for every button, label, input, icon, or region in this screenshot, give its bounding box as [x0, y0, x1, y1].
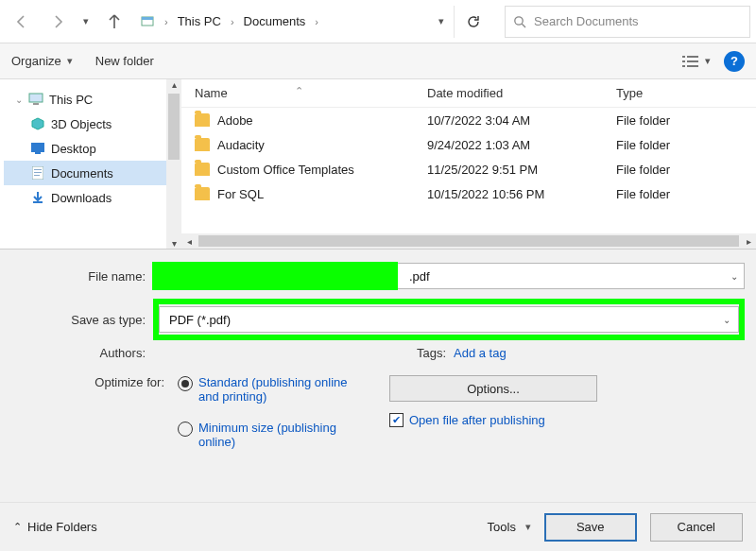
tree-item-documents[interactable]: Documents	[4, 161, 181, 185]
column-type[interactable]: Type	[616, 86, 743, 100]
tools-menu[interactable]: Tools ▾	[488, 520, 531, 534]
file-list: ⌃ Name Date modified Type Adobe10/7/2022…	[181, 79, 756, 249]
radio-icon	[178, 376, 193, 391]
folder-icon	[195, 163, 210, 176]
radio-icon	[178, 422, 193, 437]
caret-icon: ⌄	[15, 95, 23, 105]
svg-rect-10	[29, 94, 43, 102]
svg-rect-4	[682, 56, 685, 58]
tree-item-3d-objects[interactable]: 3D Objects	[4, 112, 181, 136]
view-options[interactable]: ▾	[682, 55, 711, 68]
search-placeholder: Search Documents	[534, 14, 639, 28]
chevron-right-icon: ›	[229, 16, 236, 27]
highlight-overlay	[152, 262, 398, 290]
tree-item-desktop[interactable]: Desktop	[4, 136, 181, 161]
breadcrumb-segment[interactable]: This PC	[178, 14, 221, 28]
svg-marker-12	[32, 118, 43, 129]
file-name: Adobe	[217, 113, 253, 128]
svg-rect-18	[34, 175, 40, 176]
chevron-right-icon: ›	[313, 16, 320, 27]
refresh-button[interactable]	[454, 6, 491, 38]
horizontal-scrollbar[interactable]: ◂ ▸	[181, 233, 756, 249]
svg-rect-11	[33, 103, 39, 105]
svg-rect-9	[687, 65, 698, 67]
desktop-icon	[30, 141, 45, 156]
cancel-button[interactable]: Cancel	[650, 513, 743, 542]
filename-text: .pdf	[409, 269, 430, 284]
saveastype-dropdown[interactable]: PDF (*.pdf) ⌄	[159, 306, 739, 333]
document-icon	[30, 165, 45, 181]
recent-locations-dropdown[interactable]: ▾	[77, 6, 94, 38]
file-date: 11/25/2022 9:51 PM	[427, 163, 616, 177]
chevron-down-icon[interactable]: ⌄	[723, 315, 730, 325]
optimize-standard-radio[interactable]: Standard (publishing online and printing…	[178, 375, 359, 404]
new-folder-button[interactable]: New folder	[95, 54, 154, 68]
svg-rect-5	[687, 56, 698, 58]
pc-icon	[28, 92, 43, 107]
saveastype-value: PDF (*.pdf)	[169, 313, 231, 327]
file-name: Audacity	[217, 138, 265, 152]
download-icon	[30, 190, 45, 205]
saveastype-highlight: PDF (*.pdf) ⌄	[153, 299, 745, 340]
forward-button[interactable]	[42, 6, 74, 38]
save-button[interactable]: Save	[544, 513, 637, 542]
scroll-left-icon[interactable]: ◂	[181, 236, 197, 247]
help-button[interactable]: ?	[724, 51, 745, 72]
open-after-checkbox[interactable]: ✔ Open file after publishing	[389, 413, 745, 427]
file-type: File folder	[616, 113, 743, 128]
svg-rect-1	[142, 17, 153, 20]
authors-label: Authors:	[11, 346, 153, 360]
tags-label: Tags:	[406, 346, 454, 360]
scroll-down-icon[interactable]: ▾	[172, 238, 177, 249]
organize-menu[interactable]: Organize▾	[11, 54, 73, 68]
table-row[interactable]: Custom Office Templates11/25/2022 9:51 P…	[181, 157, 756, 181]
filename-input[interactable]: .pdf ⌄	[153, 263, 745, 289]
file-type: File folder	[616, 163, 743, 177]
saveastype-label: Save as type:	[11, 313, 153, 327]
up-button[interactable]	[98, 6, 130, 38]
scroll-up-icon[interactable]: ▴	[172, 79, 177, 90]
table-row[interactable]: Audacity9/24/2022 1:03 AMFile folder	[181, 132, 756, 157]
search-input[interactable]: Search Documents	[505, 6, 750, 38]
svg-rect-14	[35, 152, 41, 154]
optimize-minimum-radio[interactable]: Minimum size (publishing online)	[178, 421, 359, 449]
svg-line-3	[522, 24, 525, 27]
folder-icon	[195, 138, 210, 151]
filename-label: File name:	[11, 269, 153, 284]
scroll-thumb[interactable]	[168, 94, 180, 160]
svg-rect-16	[34, 169, 42, 170]
path-dropdown[interactable]: ▾	[438, 15, 444, 27]
sort-ascending-icon: ⌃	[295, 85, 303, 97]
scroll-thumb[interactable]	[198, 235, 739, 247]
folder-icon	[195, 187, 210, 200]
dialog-footer: ⌃ Hide Folders Tools ▾ Save Cancel	[0, 502, 756, 551]
chevron-right-icon: ›	[163, 16, 170, 27]
column-name[interactable]: Name	[195, 86, 228, 100]
address-bar: ▾ › This PC › Documents › ▾ Search Docum…	[0, 0, 756, 43]
tree-scrollbar[interactable]: ▴ ▾	[166, 79, 181, 249]
file-type: File folder	[616, 187, 743, 201]
file-name: For SQL	[217, 187, 264, 201]
breadcrumb-segment[interactable]: Documents	[244, 14, 306, 28]
scroll-right-icon[interactable]: ▸	[741, 236, 756, 247]
options-button[interactable]: Options...	[389, 375, 597, 402]
location-icon	[140, 14, 155, 29]
svg-rect-17	[34, 172, 42, 173]
table-row[interactable]: Adobe10/7/2022 3:04 AMFile folder	[181, 108, 756, 132]
column-date[interactable]: Date modified	[427, 86, 616, 100]
breadcrumb[interactable]: › This PC › Documents › ▾	[134, 6, 450, 38]
svg-point-2	[515, 16, 523, 24]
hide-folders-toggle[interactable]: ⌃ Hide Folders	[13, 520, 97, 534]
chevron-down-icon[interactable]: ⌄	[730, 271, 738, 282]
back-button[interactable]	[6, 6, 38, 38]
tree-item-downloads[interactable]: Downloads	[4, 185, 181, 210]
toolbar: Organize▾ New folder ▾ ?	[0, 43, 756, 79]
navigation-tree: ⌄ This PC 3D Objects Desktop Documents	[0, 79, 181, 249]
search-icon	[513, 15, 526, 28]
folder-icon	[195, 113, 210, 127]
checkbox-icon: ✔	[389, 413, 404, 427]
table-row[interactable]: For SQL10/15/2022 10:56 PMFile folder	[181, 181, 756, 206]
list-header[interactable]: ⌃ Name Date modified Type	[181, 79, 756, 108]
tags-value[interactable]: Add a tag	[454, 346, 507, 360]
tree-item-this-pc[interactable]: ⌄ This PC	[4, 87, 181, 112]
